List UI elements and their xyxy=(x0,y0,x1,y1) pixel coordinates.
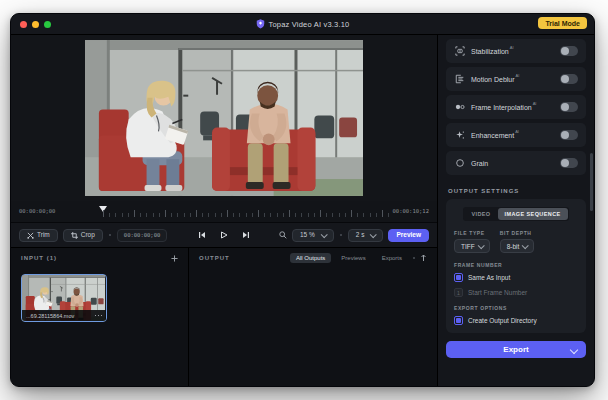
filter-enhancement[interactable]: EnhancementAI xyxy=(446,123,586,147)
zoom-level-value: 15 % xyxy=(300,232,315,239)
zoom-icon xyxy=(279,231,287,239)
start-frame-number-label: Start Frame Number xyxy=(468,289,527,296)
preview-duration-dropdown[interactable]: 2 s xyxy=(348,229,384,242)
zoom-level-dropdown[interactable]: 15 % xyxy=(292,229,334,242)
filter-motion-deblur[interactable]: Motion DeblurAI xyxy=(446,67,586,91)
prev-frame-button[interactable] xyxy=(198,231,206,239)
trim-label: Trim xyxy=(37,232,50,239)
app-window: Topaz Video AI v3.3.10 Trial Mode 00:00:… xyxy=(10,13,595,387)
ai-superscript: AI xyxy=(515,129,519,134)
tab-image-sequence[interactable]: IMAGE SEQUENCE xyxy=(498,208,568,220)
filter-label: EnhancementAI xyxy=(471,132,519,139)
play-button[interactable] xyxy=(220,231,228,239)
separator-dot xyxy=(413,257,415,259)
ai-superscript: AI xyxy=(516,73,520,78)
export-options-label: EXPORT OPTIONS xyxy=(454,305,578,311)
file-type-dropdown[interactable]: TIFF xyxy=(454,239,490,253)
motion-deblur-icon xyxy=(454,74,465,84)
same-as-input-label: Same As Input xyxy=(468,274,510,281)
start-frame-number-field[interactable]: 1 xyxy=(454,288,463,297)
trim-icon xyxy=(27,232,34,239)
separator-dot xyxy=(109,234,111,236)
chevron-down-icon xyxy=(320,231,327,238)
input-clip-name: ...69.28115864.mov xyxy=(26,313,92,319)
filter-grain[interactable]: Grain xyxy=(446,151,586,175)
titlebar: Topaz Video AI v3.3.10 Trial Mode xyxy=(11,14,594,35)
output-panel: OUTPUT All Outputs Previews Exports xyxy=(189,248,437,386)
frame-interpolation-toggle[interactable] xyxy=(560,102,578,112)
filter-frame-interpolation[interactable]: Frame InterpolationAI xyxy=(446,95,586,119)
chevron-down-icon xyxy=(477,242,484,249)
sidebar-scrollbar[interactable] xyxy=(590,153,593,211)
preview-button-label: Preview xyxy=(396,232,421,239)
minimize-window-icon[interactable] xyxy=(32,21,39,28)
preview-button[interactable]: Preview xyxy=(388,229,429,242)
input-panel-title: INPUT (1) xyxy=(21,255,57,261)
bit-depth-dropdown[interactable]: 8-bit xyxy=(500,239,535,253)
trial-mode-badge: Trial Mode xyxy=(538,17,587,29)
settings-sidebar: StabilizationAI Motion DeblurAI Frame In… xyxy=(437,35,594,386)
current-timecode: 00:00:00;00 xyxy=(124,232,160,238)
tab-all-outputs[interactable]: All Outputs xyxy=(290,253,331,263)
enhancement-toggle[interactable] xyxy=(560,130,578,140)
frame-number-label: FRAME NUMBER xyxy=(454,262,578,268)
app-logo-icon xyxy=(256,19,265,29)
tab-exports[interactable]: Exports xyxy=(376,253,408,263)
motion-deblur-toggle[interactable] xyxy=(560,74,578,84)
output-settings-heading: OUTPUT SETTINGS xyxy=(448,188,584,194)
timeline-start-timecode: 00:00:00;00 xyxy=(19,208,55,214)
output-panel-title: OUTPUT xyxy=(199,255,230,261)
filter-label: Grain xyxy=(471,160,489,167)
timeline-ruler[interactable] xyxy=(103,210,391,217)
more-icon[interactable] xyxy=(95,315,103,317)
stabilization-toggle[interactable] xyxy=(560,46,578,56)
filter-label: StabilizationAI xyxy=(471,48,514,55)
grain-toggle[interactable] xyxy=(560,158,578,168)
chevron-down-icon xyxy=(522,242,529,249)
trim-button[interactable]: Trim xyxy=(19,229,58,242)
export-button[interactable]: Export xyxy=(446,341,586,358)
separator-dot xyxy=(340,234,342,236)
file-type-label: FILE TYPE xyxy=(454,230,490,236)
tab-previews[interactable]: Previews xyxy=(335,253,371,263)
tab-video[interactable]: VIDEO xyxy=(464,208,497,220)
preview-duration-value: 2 s xyxy=(356,232,365,239)
same-as-input-checkbox[interactable] xyxy=(454,273,463,282)
timeline-end-timecode: 00:00:10;12 xyxy=(393,208,429,214)
playback-toolbar: Trim Crop 00:00:00;00 xyxy=(11,222,437,248)
next-frame-button[interactable] xyxy=(242,231,250,239)
create-output-directory-checkbox[interactable] xyxy=(454,316,463,325)
grain-icon xyxy=(454,158,465,168)
window-title: Topaz Video AI v3.3.10 xyxy=(269,20,350,29)
crop-label: Crop xyxy=(81,232,95,239)
current-timecode-field[interactable]: 00:00:00;00 xyxy=(117,229,167,242)
output-type-segmented-control: VIDEO IMAGE SEQUENCE xyxy=(463,207,568,221)
file-type-value: TIFF xyxy=(461,243,475,250)
bit-depth-value: 8-bit xyxy=(507,243,520,250)
ai-superscript: AI xyxy=(510,45,514,50)
stabilization-icon xyxy=(454,46,465,56)
chevron-down-icon xyxy=(570,346,578,354)
input-panel: INPUT (1) ...69.28115864.mov xyxy=(11,248,189,386)
chevron-down-icon xyxy=(370,231,377,238)
enhancement-icon xyxy=(454,130,465,140)
crop-button[interactable]: Crop xyxy=(63,229,103,242)
timeline[interactable]: 00:00:00;00 00:00:10;12 xyxy=(11,201,437,222)
video-preview-area xyxy=(11,35,437,201)
input-clip-thumbnail[interactable]: ...69.28115864.mov xyxy=(21,274,107,322)
filter-label: Frame InterpolationAI xyxy=(471,104,536,111)
close-window-icon[interactable] xyxy=(20,21,27,28)
window-controls xyxy=(20,14,51,34)
filter-stabilization[interactable]: StabilizationAI xyxy=(446,39,586,63)
video-preview[interactable] xyxy=(85,40,363,196)
create-output-directory-label: Create Output Directory xyxy=(468,317,537,324)
filter-label: Motion DeblurAI xyxy=(471,76,519,83)
frame-interpolation-icon xyxy=(454,102,465,112)
output-settings-card: VIDEO IMAGE SEQUENCE FILE TYPE TIFF BIT … xyxy=(446,199,586,333)
export-button-label: Export xyxy=(503,345,528,354)
add-input-button[interactable] xyxy=(171,255,178,262)
preview-pane: 00:00:00;00 00:00:10;12 Trim xyxy=(11,35,437,386)
crop-icon xyxy=(71,232,78,239)
zoom-window-icon[interactable] xyxy=(44,21,51,28)
sort-icon[interactable] xyxy=(420,254,427,262)
